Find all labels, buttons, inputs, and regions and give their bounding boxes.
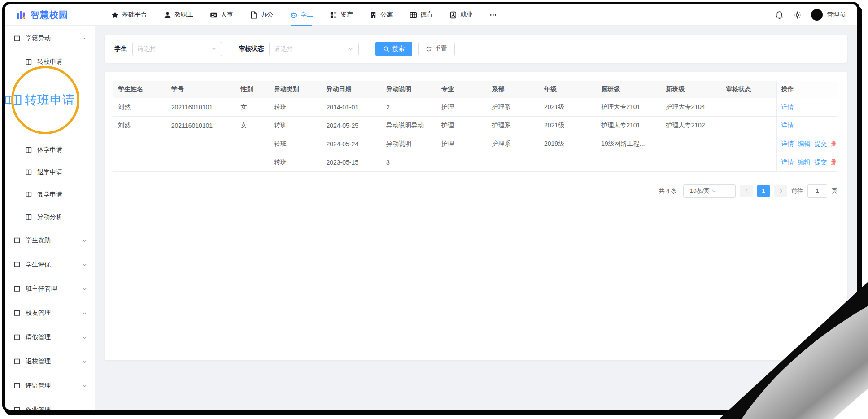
- page-number-current[interactable]: 1: [757, 185, 770, 197]
- chevron-down-icon: [82, 238, 87, 244]
- table-cell: [167, 135, 236, 153]
- table-cell: [721, 135, 776, 153]
- reset-button[interactable]: 重置: [418, 42, 455, 56]
- sidebar-item-return-school[interactable]: 返校管理: [5, 349, 95, 374]
- table-cell: 2024-05-25: [322, 116, 382, 135]
- user-name[interactable]: 管理员: [827, 11, 846, 19]
- book-icon: [13, 382, 21, 389]
- row-action-link[interactable]: 详情: [781, 103, 794, 111]
- nav-item-office[interactable]: 办公: [250, 4, 273, 26]
- row-action-link[interactable]: 提交: [815, 140, 827, 148]
- annotation-label: 转班申请: [25, 92, 75, 108]
- nav-item-base-platform[interactable]: 基础平台: [111, 4, 147, 26]
- column-header: 学号: [167, 81, 236, 98]
- nav-item-label: 德育: [420, 11, 433, 19]
- sidebar-item-change-analysis[interactable]: 异动分析: [5, 206, 95, 228]
- sidebar-item-label: 学籍异动: [26, 35, 51, 43]
- status-select[interactable]: 请选择: [269, 42, 359, 56]
- goto-page-input[interactable]: [807, 184, 827, 198]
- row-action-link[interactable]: 删除: [831, 140, 836, 148]
- nav-menu: 基础平台教职工人事办公学工资产公寓德育就业: [111, 4, 497, 26]
- table-cell: 转班: [270, 135, 322, 153]
- nav-item-assets[interactable]: 资产: [330, 4, 353, 26]
- column-header: 系部: [487, 81, 540, 98]
- sidebar-item-student-aid[interactable]: 学生资助: [5, 228, 95, 253]
- nav-item-staff[interactable]: 教职工: [164, 4, 193, 26]
- sidebar-item-student-award[interactable]: 学生评优: [5, 253, 95, 277]
- sidebar-item-comments[interactable]: 评语管理: [5, 374, 95, 398]
- prev-page-button[interactable]: [740, 185, 753, 197]
- next-page-button[interactable]: [774, 185, 787, 197]
- nav-right: 管理员: [775, 9, 846, 21]
- sidebar-item-leave[interactable]: 请假管理: [5, 325, 95, 349]
- sidebar-item-status-change[interactable]: 学籍异动: [5, 26, 95, 51]
- table-cell: 2: [382, 98, 437, 116]
- row-action-link[interactable]: 删除: [831, 158, 836, 166]
- nav-item-label: 基础平台: [122, 11, 147, 19]
- gear-icon[interactable]: [793, 11, 802, 19]
- nav-item-apartment[interactable]: 公寓: [370, 4, 393, 26]
- column-header: 新班级: [661, 81, 721, 98]
- nav-item-label: 公寓: [380, 11, 393, 19]
- pagination: 共 4 条 10条/页 1: [113, 184, 838, 198]
- table-cell: [113, 135, 167, 153]
- nav-item-label: 人事: [221, 11, 233, 19]
- table-cell: [661, 153, 721, 171]
- sidebar-item-label: 异动分析: [37, 213, 62, 221]
- brand[interactable]: 智慧校园: [16, 9, 94, 21]
- sidebar-item-withdraw[interactable]: 退学申请: [5, 161, 95, 183]
- sidebar-item-label: 休学申请: [37, 146, 62, 154]
- nav-item-moral-education[interactable]: 德育: [410, 4, 433, 26]
- book-icon: [25, 146, 32, 153]
- table-cell: 2019级: [540, 135, 597, 153]
- search-icon: [383, 46, 389, 52]
- row-action-link[interactable]: 编辑: [798, 140, 811, 148]
- row-action-link[interactable]: 详情: [781, 122, 794, 130]
- table-cell: 异动说明: [382, 135, 437, 153]
- table-cell: 护理: [437, 116, 487, 135]
- table-cell: 护理大专2101: [597, 98, 661, 116]
- sidebar-item-homework[interactable]: 作业管理: [5, 398, 95, 410]
- avatar[interactable]: [811, 9, 823, 21]
- table-cell: 护理大专2101: [597, 116, 661, 135]
- page-size-select[interactable]: 10条/页: [683, 184, 736, 198]
- chevron-down-icon: [82, 359, 87, 365]
- table-cell: 女: [236, 116, 270, 135]
- star-icon: [111, 11, 119, 19]
- book-icon: [25, 169, 32, 176]
- bell-icon[interactable]: [775, 11, 784, 19]
- goto-unit-label: 页: [832, 187, 837, 195]
- nav-item-employment[interactable]: 就业: [449, 4, 473, 26]
- table-cell: 转班: [270, 116, 322, 135]
- nav-item-student-affairs[interactable]: 学工: [290, 4, 313, 26]
- chevron-down-icon: [711, 188, 732, 194]
- student-select[interactable]: 请选择: [132, 42, 222, 56]
- annotation-circle-transfer-class[interactable]: 转班申请: [11, 66, 79, 134]
- nav-item-more[interactable]: [489, 4, 497, 26]
- brand-name: 智慧校园: [31, 9, 68, 21]
- table-row: 转班2024-05-24异动说明护理护理系2019级19级网络工程...详情编辑…: [113, 135, 838, 153]
- row-action-link[interactable]: 提交: [815, 158, 827, 166]
- row-action-link[interactable]: 详情: [781, 158, 794, 166]
- table-card: 学生姓名学号性别异动类别异动日期异动说明专业系部年级原班级新班级审核状态操作 刘…: [105, 72, 847, 360]
- table-cell: 202116010101: [167, 116, 236, 135]
- pagination-total: 共 4 条: [659, 187, 677, 195]
- table-cell: 护理系: [487, 135, 540, 153]
- nav-item-hr[interactable]: 人事: [210, 4, 233, 26]
- chevron-left-icon: [744, 188, 750, 194]
- table-cell: 刘然: [113, 116, 167, 135]
- sidebar-item-alumni[interactable]: 校友管理: [5, 301, 95, 325]
- student-filter-label: 学生: [114, 45, 127, 53]
- sidebar-item-suspend[interactable]: 休学申请: [5, 139, 95, 161]
- row-action-link[interactable]: 详情: [781, 140, 794, 148]
- search-button[interactable]: 搜索: [375, 42, 412, 56]
- book-icon: [25, 191, 32, 198]
- book-icon: [13, 285, 21, 292]
- sidebar-item-resume[interactable]: 复学申请: [5, 183, 95, 206]
- list-icon: [330, 11, 337, 19]
- sidebar-item-label: 学生评优: [26, 261, 51, 269]
- table-cell: [597, 153, 661, 171]
- table-cell: [167, 153, 236, 171]
- sidebar-item-head-teacher[interactable]: 班主任管理: [5, 277, 95, 301]
- row-action-link[interactable]: 编辑: [798, 158, 811, 166]
